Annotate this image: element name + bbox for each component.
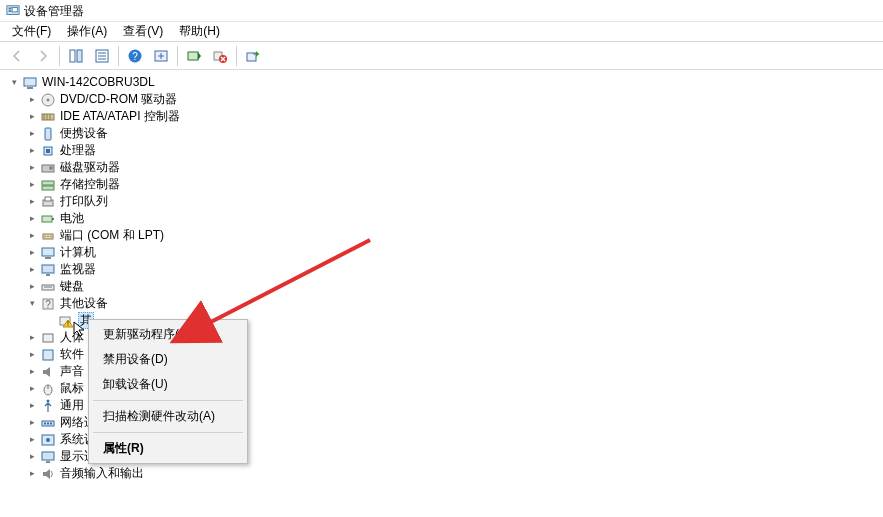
cm-properties[interactable]: 属性(R) [91, 436, 245, 461]
tree-item-label: 键盘 [60, 278, 84, 295]
tree-item-keyboard[interactable]: ▸ 键盘 [8, 278, 883, 295]
svg-rect-32 [42, 186, 54, 190]
chevron-right-icon[interactable]: ▸ [26, 383, 38, 395]
toolbar-sep [59, 46, 60, 66]
menu-action[interactable]: 操作(A) [59, 21, 115, 42]
chevron-right-icon[interactable]: ▸ [26, 213, 38, 225]
cm-scan-hardware[interactable]: 扫描检测硬件改动(A) [91, 404, 245, 429]
keyboard-icon [40, 279, 56, 295]
tree-item-monitor[interactable]: ▸ 监视器 [8, 261, 883, 278]
tree-item-label: 磁盘驱动器 [60, 159, 120, 176]
tree-item-label: 打印队列 [60, 193, 108, 210]
portable-icon [40, 126, 56, 142]
tree-item-label: 电池 [60, 210, 84, 227]
tree-item-battery[interactable]: ▸ 电池 [8, 210, 883, 227]
tree-item-ports[interactable]: ▸ 端口 (COM 和 LPT) [8, 227, 883, 244]
svg-text:?: ? [132, 51, 138, 62]
svg-rect-52 [43, 350, 53, 360]
svg-point-40 [50, 235, 52, 237]
tree-item-storage[interactable]: ▸ 存储控制器 [8, 176, 883, 193]
update-driver-button[interactable] [241, 45, 265, 67]
context-menu: 更新驱动程序(P) 禁用设备(D) 卸载设备(U) 扫描检测硬件改动(A) 属性… [88, 319, 248, 464]
hid-icon [40, 330, 56, 346]
chevron-right-icon[interactable]: ▸ [26, 332, 38, 344]
toolbar-sep [177, 46, 178, 66]
cm-update-driver[interactable]: 更新驱动程序(P) [91, 322, 245, 347]
tree-item-label: 通用 [60, 397, 84, 414]
chevron-right-icon[interactable]: ▸ [26, 128, 38, 140]
svg-text:?: ? [45, 299, 51, 310]
svg-point-61 [46, 438, 50, 442]
cm-separator [93, 400, 243, 401]
menu-file[interactable]: 文件(F) [4, 21, 59, 42]
chevron-right-icon[interactable]: ▸ [26, 417, 38, 429]
svg-point-39 [47, 235, 49, 237]
tree-item-ide[interactable]: ▸ IDE ATA/ATAPI 控制器 [8, 108, 883, 125]
svg-rect-36 [52, 218, 54, 220]
tree-item-label: 处理器 [60, 142, 96, 159]
chevron-right-icon[interactable]: ▸ [26, 94, 38, 106]
svg-rect-58 [47, 422, 49, 424]
chevron-right-icon[interactable]: ▸ [26, 468, 38, 480]
menubar: 文件(F) 操作(A) 查看(V) 帮助(H) [0, 22, 883, 42]
tree-root-row[interactable]: ▾ WIN-142COBRU3DL [8, 74, 883, 91]
tree-item-printqueue[interactable]: ▸ 打印队列 [8, 193, 883, 210]
tree-item-portable[interactable]: ▸ 便携设备 [8, 125, 883, 142]
network-icon [40, 415, 56, 431]
chevron-right-icon[interactable]: ▸ [26, 145, 38, 157]
svg-text:!: ! [67, 320, 69, 327]
monitor-icon [40, 262, 56, 278]
chevron-right-icon[interactable]: ▸ [26, 111, 38, 123]
tree-item-dvd[interactable]: ▸ DVD/CD-ROM 驱动器 [8, 91, 883, 108]
tree-item-cpu[interactable]: ▸ 处理器 [8, 142, 883, 159]
nav-back-button[interactable] [5, 45, 29, 67]
svg-rect-5 [77, 50, 82, 62]
help-button[interactable]: ? [123, 45, 147, 67]
pc-icon [40, 245, 56, 261]
svg-rect-59 [50, 422, 52, 424]
tree-item-disk[interactable]: ▸ 磁盘驱动器 [8, 159, 883, 176]
chevron-right-icon[interactable]: ▸ [26, 451, 38, 463]
tree-item-label: DVD/CD-ROM 驱动器 [60, 91, 177, 108]
audio-icon [40, 466, 56, 482]
tree-item-audio[interactable]: ▸ 音频输入和输出 [8, 465, 883, 482]
svg-point-30 [49, 166, 53, 170]
properties-button[interactable] [90, 45, 114, 67]
tree-item-label: 软件 [60, 346, 84, 363]
tree-root-label: WIN-142COBRU3DL [42, 74, 155, 91]
tree-item-computer[interactable]: ▸ 计算机 [8, 244, 883, 261]
svg-rect-4 [70, 50, 75, 62]
chevron-down-icon[interactable]: ▾ [26, 298, 38, 310]
chevron-right-icon[interactable]: ▸ [26, 230, 38, 242]
nav-forward-button[interactable] [31, 45, 55, 67]
chevron-right-icon[interactable]: ▸ [26, 162, 38, 174]
usb-icon [40, 398, 56, 414]
svg-rect-51 [43, 334, 53, 342]
svg-rect-18 [24, 78, 36, 86]
chevron-right-icon[interactable]: ▸ [26, 196, 38, 208]
chevron-right-icon[interactable]: ▸ [26, 366, 38, 378]
uninstall-button[interactable] [208, 45, 232, 67]
toolbar-sep [236, 46, 237, 66]
action-button[interactable] [149, 45, 173, 67]
scan-hardware-button[interactable] [182, 45, 206, 67]
svg-point-55 [47, 399, 50, 402]
tree-item-other[interactable]: ▾ ? 其他设备 [8, 295, 883, 312]
chevron-right-icon[interactable]: ▸ [26, 247, 38, 259]
chevron-right-icon[interactable]: ▸ [26, 281, 38, 293]
svg-rect-41 [42, 248, 54, 256]
svg-rect-13 [188, 52, 198, 60]
svg-point-21 [47, 98, 50, 101]
menu-help[interactable]: 帮助(H) [171, 21, 228, 42]
chevron-right-icon[interactable]: ▸ [26, 400, 38, 412]
cm-disable-device[interactable]: 禁用设备(D) [91, 347, 245, 372]
chevron-right-icon[interactable]: ▸ [26, 264, 38, 276]
chevron-right-icon[interactable]: ▸ [26, 434, 38, 446]
other-icon: ? [40, 296, 56, 312]
chevron-right-icon[interactable]: ▸ [26, 349, 38, 361]
cm-uninstall-device[interactable]: 卸载设备(U) [91, 372, 245, 397]
menu-view[interactable]: 查看(V) [115, 21, 171, 42]
chevron-down-icon[interactable]: ▾ [8, 77, 20, 89]
show-hide-tree-button[interactable] [64, 45, 88, 67]
chevron-right-icon[interactable]: ▸ [26, 179, 38, 191]
